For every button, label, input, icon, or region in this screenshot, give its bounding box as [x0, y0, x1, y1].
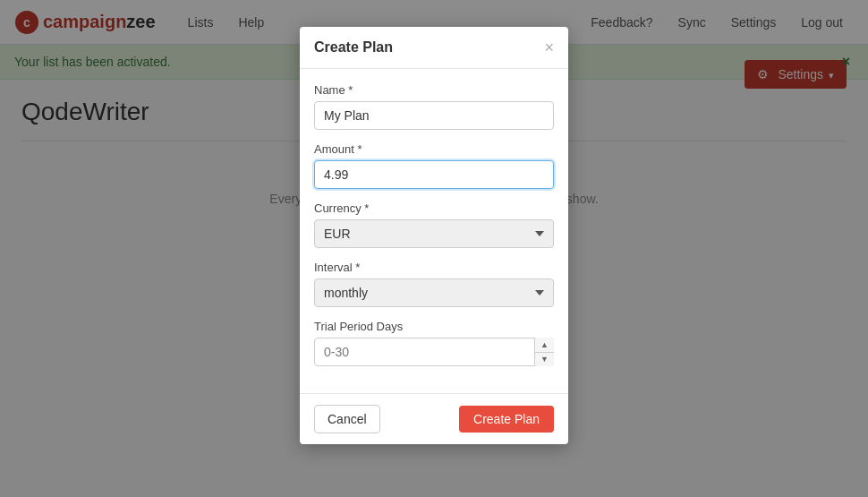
- modal-header: Create Plan ×: [300, 27, 568, 69]
- amount-field-group: Amount *: [314, 142, 554, 189]
- spinner-buttons: ▲ ▼: [534, 338, 554, 366]
- modal-body: Name * Amount * Currency * EUR USD GBP I…: [300, 69, 568, 393]
- interval-select[interactable]: monthly weekly yearly daily: [314, 278, 554, 307]
- modal-footer: Cancel Create Plan: [300, 393, 568, 444]
- name-field-group: Name *: [314, 83, 554, 130]
- spinner-up-button[interactable]: ▲: [535, 338, 554, 353]
- interval-label: Interval *: [314, 261, 554, 274]
- modal-close-button[interactable]: ×: [544, 39, 554, 56]
- amount-input[interactable]: [314, 160, 554, 189]
- name-input[interactable]: [314, 101, 554, 130]
- currency-label: Currency *: [314, 201, 554, 215]
- interval-field-group: Interval * monthly weekly yearly daily: [314, 261, 554, 307]
- modal-title: Create Plan: [314, 39, 393, 56]
- name-label: Name *: [314, 83, 554, 97]
- create-plan-modal: Create Plan × Name * Amount * Currency *…: [300, 27, 568, 444]
- spinner-down-button[interactable]: ▼: [535, 353, 554, 367]
- trial-period-wrapper: ▲ ▼: [314, 338, 554, 366]
- create-plan-button[interactable]: Create Plan: [459, 406, 554, 433]
- currency-select[interactable]: EUR USD GBP: [314, 219, 554, 248]
- trial-period-label: Trial Period Days: [314, 320, 554, 333]
- trial-period-field-group: Trial Period Days ▲ ▼: [314, 320, 554, 366]
- currency-field-group: Currency * EUR USD GBP: [314, 201, 554, 248]
- trial-period-input[interactable]: [314, 338, 554, 366]
- amount-label: Amount *: [314, 142, 554, 156]
- modal-overlay: Create Plan × Name * Amount * Currency *…: [0, 0, 868, 497]
- cancel-button[interactable]: Cancel: [314, 405, 380, 433]
